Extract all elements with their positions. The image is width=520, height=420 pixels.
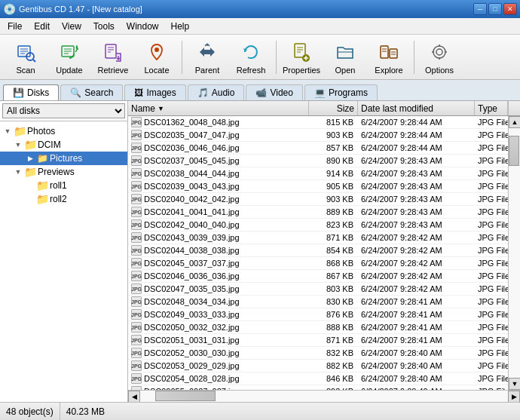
retrieve-button[interactable]: Retrieve: [92, 38, 134, 77]
table-row[interactable]: JPG DSC02054_0028_028.jpg 846 KB 6/24/20…: [128, 372, 508, 385]
close-button[interactable]: ✕: [503, 3, 517, 15]
menu-window[interactable]: Window: [121, 18, 165, 34]
horizontal-scrollbar[interactable]: ◀ ▶: [128, 390, 520, 402]
tab-audio[interactable]: 🎵 Audio: [188, 84, 245, 100]
tree-item-pictures[interactable]: ▶ 📁 Pictures: [0, 152, 127, 165]
tab-programs[interactable]: 💻 Programs: [304, 84, 378, 100]
minimize-button[interactable]: ─: [473, 3, 487, 15]
file-type: JPG File: [475, 233, 508, 242]
tab-disks[interactable]: 💾 Disks: [3, 84, 59, 100]
table-row[interactable]: JPG DSC02044_0038_038.jpg 854 KB 6/24/20…: [128, 244, 508, 257]
properties-button[interactable]: Properties: [280, 38, 323, 77]
file-size: 857 KB: [309, 143, 358, 152]
main-content: All disks Disk 1 Disk 2 ▼ 📁 Photos ▼ 📁 D…: [0, 101, 520, 402]
table-row[interactable]: JPG DSC02039_0043_043.jpg 905 KB 6/24/20…: [128, 180, 508, 193]
file-date: 6/24/2007 9:28:43 AM: [358, 220, 475, 229]
table-row[interactable]: JPG DSC02042_0040_040.jpg 823 KB 6/24/20…: [128, 219, 508, 231]
options-button[interactable]: Options: [418, 38, 460, 77]
scan-button[interactable]: Scan: [5, 38, 47, 77]
table-row[interactable]: JPG DSC02049_0033_033.jpg 876 KB 6/24/20…: [128, 308, 508, 321]
file-date: 6/24/2007 9:28:44 AM: [358, 143, 475, 152]
scroll-thumb[interactable]: [509, 136, 519, 166]
file-name: DSC02047_0035_035.jpg: [144, 284, 240, 293]
tree-item-photos[interactable]: ▼ 📁 Photos: [0, 124, 127, 138]
table-row[interactable]: JPG DSC02041_0041_041.jpg 889 KB 6/24/20…: [128, 206, 508, 219]
update-icon: [57, 40, 81, 64]
table-row[interactable]: JPG DSC02053_0029_029.jpg 882 KB 6/24/20…: [128, 360, 508, 372]
explore-icon: [377, 40, 401, 64]
disk-selector[interactable]: All disks Disk 1 Disk 2: [0, 101, 127, 121]
menu-help[interactable]: Help: [165, 18, 196, 34]
table-row[interactable]: JPG DSC02038_0044_044.jpg 914 KB 6/24/20…: [128, 167, 508, 180]
scroll-down-button[interactable]: ▼: [509, 378, 520, 390]
explore-button[interactable]: Explore: [368, 38, 410, 77]
file-icon: JPG: [131, 348, 142, 358]
table-row[interactable]: JPG DSC02052_0030_030.jpg 832 KB 6/24/20…: [128, 347, 508, 360]
menu-view[interactable]: View: [56, 18, 87, 34]
sidebar: All disks Disk 1 Disk 2 ▼ 📁 Photos ▼ 📁 D…: [0, 101, 128, 402]
file-date: 6/24/2007 9:28:40 AM: [358, 374, 475, 383]
vertical-scrollbar[interactable]: ▲ ▼: [508, 116, 520, 390]
col-header-size[interactable]: Size: [309, 101, 358, 115]
table-row[interactable]: JPG DSC02051_0031_031.jpg 871 KB 6/24/20…: [128, 334, 508, 347]
status-size: 40.23 MB: [60, 403, 111, 420]
file-icon: JPG: [131, 130, 142, 140]
hscroll-left-button[interactable]: ◀: [128, 391, 140, 403]
locate-button[interactable]: Locate: [136, 38, 178, 77]
col-header-type[interactable]: Type: [475, 101, 508, 115]
menu-edit[interactable]: Edit: [28, 18, 56, 34]
table-row[interactable]: JPG DSC01362_0048_048.jpg 815 KB 6/24/20…: [128, 116, 508, 129]
hscroll-right-button[interactable]: ▶: [508, 391, 520, 403]
table-row[interactable]: JPG DSC02048_0034_034.jpg 830 KB 6/24/20…: [128, 296, 508, 308]
table-row[interactable]: JPG DSC02047_0035_035.jpg 803 KB 6/24/20…: [128, 283, 508, 296]
menu-file[interactable]: File: [2, 18, 28, 34]
file-icon: JPG: [131, 168, 142, 179]
file-date: 6/24/2007 9:28:42 AM: [358, 271, 475, 281]
file-date: 6/24/2007 9:28:44 AM: [358, 118, 475, 127]
update-button[interactable]: Update: [48, 38, 90, 77]
table-row[interactable]: JPG DSC02046_0036_036.jpg 867 KB 6/24/20…: [128, 270, 508, 283]
menu-tools[interactable]: Tools: [87, 18, 121, 34]
tree-item-roll1[interactable]: 📁 roll1: [0, 179, 127, 192]
table-row[interactable]: JPG DSC02040_0042_042.jpg 903 KB 6/24/20…: [128, 193, 508, 206]
folder-icon-dcim: 📁: [24, 139, 36, 151]
file-icon: JPG: [131, 194, 142, 204]
hscroll-thumb[interactable]: [155, 391, 216, 401]
table-row[interactable]: JPG DSC02037_0045_045.jpg 890 KB 6/24/20…: [128, 155, 508, 167]
file-rows[interactable]: JPG DSC01362_0048_048.jpg 815 KB 6/24/20…: [128, 116, 508, 390]
tree-item-previews[interactable]: ▼ 📁 Previews: [0, 165, 127, 179]
svg-point-29: [433, 46, 445, 58]
table-row[interactable]: JPG DSC02035_0047_047.jpg 903 KB 6/24/20…: [128, 129, 508, 142]
tree-item-dcim[interactable]: ▼ 📁 DCIM: [0, 138, 127, 152]
search-tab-label: Search: [84, 87, 113, 98]
file-size: 889 KB: [309, 207, 358, 216]
scroll-up-button[interactable]: ▲: [509, 116, 520, 128]
table-row[interactable]: JPG DSC02043_0039_039.jpg 871 KB 6/24/20…: [128, 231, 508, 244]
expander-previews: ▼: [12, 168, 24, 176]
file-date: 6/24/2007 9:28:43 AM: [358, 207, 475, 216]
table-row[interactable]: JPG DSC02045_0037_037.jpg 868 KB 6/24/20…: [128, 257, 508, 270]
scroll-track[interactable]: [509, 128, 520, 378]
disk-dropdown[interactable]: All disks Disk 1 Disk 2: [2, 103, 125, 118]
maximize-button[interactable]: □: [488, 3, 502, 15]
tree-label-previews: Previews: [38, 167, 75, 177]
tab-video[interactable]: 📹 Video: [246, 84, 302, 100]
table-row[interactable]: JPG DSC02050_0032_032.jpg 888 KB 6/24/20…: [128, 321, 508, 334]
tab-search[interactable]: 🔍 Search: [60, 84, 123, 100]
col-header-name[interactable]: Name ▼: [128, 101, 309, 115]
tree-item-roll2[interactable]: 📁 roll2: [0, 192, 127, 206]
table-row[interactable]: JPG DSC02036_0046_046.jpg 857 KB 6/24/20…: [128, 142, 508, 155]
file-icon: JPG: [131, 296, 142, 307]
open-button[interactable]: Open: [324, 38, 366, 77]
col-header-date[interactable]: Date last modified: [358, 101, 475, 115]
file-type: JPG File: [475, 130, 508, 139]
tab-images[interactable]: 🖼 Images: [124, 84, 185, 100]
file-icon: JPG: [131, 322, 142, 333]
parent-button[interactable]: Parent: [186, 38, 228, 77]
audio-tab-label: Audio: [212, 87, 235, 98]
folder-icon-roll1: 📁: [36, 179, 48, 192]
images-tab-label: Images: [146, 87, 176, 98]
refresh-button[interactable]: Refresh: [230, 38, 272, 77]
folder-icon-roll2: 📁: [36, 193, 48, 205]
hscroll-track[interactable]: [140, 391, 508, 403]
